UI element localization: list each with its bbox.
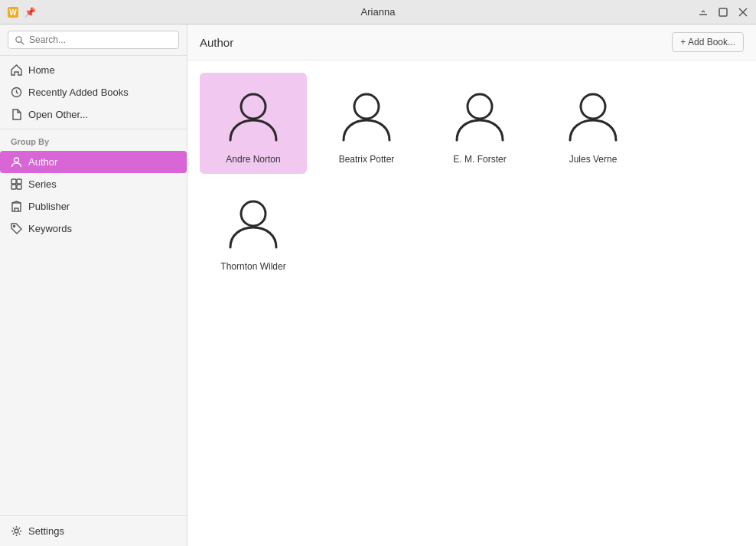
- app-logo-icon: W: [6, 5, 20, 19]
- maximize-button[interactable]: [716, 5, 730, 19]
- close-button[interactable]: [736, 5, 750, 19]
- svg-rect-11: [17, 179, 21, 184]
- sidebar-item-open-label: Open Other...: [28, 109, 88, 120]
- svg-line-7: [21, 41, 24, 44]
- nav-items: Home Recently Added Books Open Other...: [0, 56, 187, 129]
- sidebar-item-author[interactable]: Author: [0, 151, 187, 173]
- author-card-em-forster[interactable]: E. M. Forster: [426, 73, 533, 174]
- svg-rect-3: [719, 8, 727, 16]
- svg-rect-12: [11, 185, 16, 189]
- settings-label: Settings: [28, 525, 64, 537]
- author-name: Beatrix Potter: [339, 154, 395, 165]
- svg-point-6: [16, 36, 21, 41]
- pin-icon[interactable]: 📌: [24, 7, 36, 18]
- add-book-button[interactable]: + Add Book...: [672, 32, 744, 52]
- sidebar-footer: Settings: [0, 515, 187, 546]
- content-header: Author + Add Book...: [187, 25, 756, 60]
- sidebar-item-home-label: Home: [28, 64, 55, 76]
- svg-rect-14: [12, 203, 21, 211]
- window-controls: [696, 5, 750, 19]
- group-by-label: Group By: [0, 129, 187, 149]
- author-avatar-icon: [336, 85, 397, 146]
- author-name: Jules Verne: [569, 154, 618, 165]
- settings-item[interactable]: Settings: [0, 519, 187, 543]
- svg-text:W: W: [9, 8, 17, 17]
- author-name: Thornton Wilder: [220, 261, 285, 272]
- search-icon: [15, 35, 24, 45]
- sidebar-item-author-label: Author: [28, 156, 57, 168]
- titlebar-left: W 📌: [6, 5, 36, 19]
- home-icon: [11, 64, 22, 76]
- tag-icon: [11, 223, 22, 234]
- minimize-button[interactable]: [696, 5, 710, 19]
- sidebar-item-recently-added[interactable]: Recently Added Books: [0, 81, 187, 103]
- sidebar-item-open-other[interactable]: Open Other...: [0, 103, 187, 126]
- sidebar-item-publisher[interactable]: Publisher: [0, 195, 187, 217]
- svg-point-21: [241, 201, 266, 226]
- content-area: Author + Add Book... Andre Norton: [187, 25, 756, 546]
- author-avatar-icon: [223, 192, 284, 253]
- author-card-beatrix-potter[interactable]: Beatrix Potter: [313, 73, 420, 174]
- sidebar-item-keywords[interactable]: Keywords: [0, 217, 187, 240]
- file-icon: [11, 109, 22, 120]
- author-avatar-icon: [223, 85, 284, 146]
- app-title: Arianna: [361, 6, 396, 18]
- sidebar: Home Recently Added Books Open Other... …: [0, 25, 187, 546]
- titlebar: W 📌 Arianna: [0, 0, 756, 25]
- svg-point-19: [468, 94, 492, 119]
- author-grid: Andre Norton Beatrix Potter E. M. Forste…: [187, 60, 756, 546]
- svg-point-17: [241, 94, 266, 119]
- svg-rect-13: [17, 185, 21, 189]
- person-icon: [11, 156, 22, 168]
- author-card-jules-verne[interactable]: Jules Verne: [539, 73, 647, 174]
- svg-rect-10: [11, 179, 16, 184]
- svg-point-18: [354, 94, 379, 119]
- author-name: Andre Norton: [226, 154, 280, 165]
- main-layout: Home Recently Added Books Open Other... …: [0, 25, 756, 546]
- svg-point-9: [15, 158, 19, 162]
- settings-icon: [11, 525, 22, 537]
- sidebar-item-series[interactable]: Series: [0, 173, 187, 195]
- sidebar-item-keywords-label: Keywords: [28, 223, 72, 234]
- author-card-andre-norton[interactable]: Andre Norton: [200, 73, 307, 174]
- author-avatar-icon: [449, 85, 510, 146]
- search-container: [0, 25, 187, 56]
- author-card-thornton-wilder[interactable]: Thornton Wilder: [200, 180, 307, 281]
- sidebar-item-publisher-label: Publisher: [28, 201, 70, 212]
- sidebar-item-series-label: Series: [28, 178, 57, 190]
- search-box: [8, 31, 179, 49]
- svg-point-15: [14, 226, 15, 227]
- author-avatar-icon: [562, 85, 624, 146]
- sidebar-item-home[interactable]: Home: [0, 59, 187, 81]
- svg-point-16: [15, 529, 18, 533]
- svg-point-20: [581, 94, 605, 119]
- grid-icon: [11, 178, 22, 190]
- group-by-items: Author Series Publisher: [0, 149, 187, 241]
- page-title: Author: [200, 36, 233, 49]
- author-name: E. M. Forster: [453, 154, 506, 165]
- search-input[interactable]: [29, 34, 172, 45]
- building-icon: [11, 201, 22, 212]
- clock-icon: [11, 87, 22, 98]
- sidebar-item-recently-label: Recently Added Books: [28, 87, 129, 98]
